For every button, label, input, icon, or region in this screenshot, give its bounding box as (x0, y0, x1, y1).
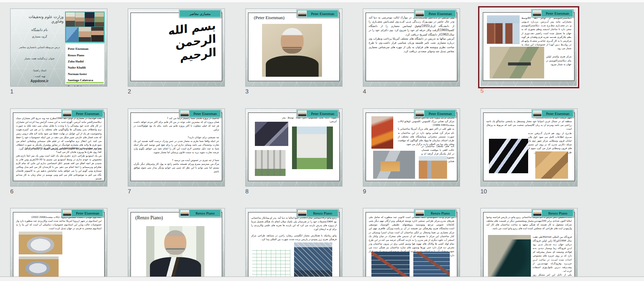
slide-cell-7: کدامیک از پروژه هایتان شما رابسیار ارضا … (128, 108, 224, 195)
architect-thumb-photo (298, 110, 307, 117)
architect-photo (95, 12, 104, 27)
slide-cell-11: استادیوم فوتبال دانشگاه فینیکس،آریزونا ،… (10, 208, 107, 281)
architect-name: Zaha Hadid (68, 58, 102, 64)
slide-number: 8 (245, 188, 342, 195)
architect-thumb-photo (298, 11, 307, 17)
architect-header-badge: Renzo Piano (414, 209, 456, 217)
architect-header-label: Peter Eisenman (72, 211, 103, 215)
title-text-column: وزارت علوم وتحقيقات وفناوري نام دانشگاه … (15, 13, 64, 83)
slide-number: 10 (480, 188, 577, 195)
architect-header-label: Renzo Piano (425, 211, 456, 215)
slide-body-text: رنزو پیانو در14سپتامبر سال1937در جنوا،ای… (251, 216, 337, 231)
section-header-badge: معماری معاصر (179, 10, 221, 17)
slide-thumbnail-15[interactable]: 1980تاسیس دفتر کارش با نام کارگاه ساختما… (480, 208, 578, 281)
slide-thumbnail-7[interactable]: کدامیک از پروژه هایتان شما رابسیار ارضا … (128, 108, 225, 187)
architect-name: Peter Eisenman (68, 46, 102, 52)
slide-number: 5 (480, 88, 577, 94)
slide-thumbnail-2[interactable]: بسم الله الرحمن الرحیم معماری معاصر (128, 9, 225, 87)
slide-number: 4 (363, 88, 459, 95)
slide-cell-13: رنزو پیانو در14سپتامبر سال1937در جنوا،ای… (245, 208, 342, 281)
slide-content-frame: (Peter Eisenman) (248, 13, 340, 81)
architect-thumb-photo (415, 11, 424, 17)
architect-thumb-photo (180, 210, 189, 216)
slide-content-frame: معرفی برخی پروژه های شاخص آیزنمن: مرکز گ… (366, 113, 457, 181)
architect-header-label: Peter Eisenman (542, 11, 573, 15)
eisenman-house-photo-white (255, 150, 286, 176)
slide-title: (Peter Eisenman) (254, 15, 285, 20)
architects-photo-collage (65, 12, 105, 43)
slide-cell-1: وزارت علوم وتحقيقات وفناوري نام دانشگاه … (10, 9, 107, 95)
portrait-glasses (282, 47, 302, 50)
architect-photo (75, 12, 85, 27)
architect-header-badge: Peter Eisenman (532, 10, 573, 17)
portrait-body (150, 257, 201, 278)
slide-body-text: معرفی برخی پروژه های شاخص آیزنمن: مرکز گ… (398, 116, 454, 146)
slide-content-frame: پیتر آیزنمن در 11اکتبر سال1932م. در نیوآ… (366, 13, 457, 81)
slide-thumbnail-8[interactable]: نمونه خانه های مسکونی اجرا شده توسط پیتر… (245, 108, 342, 187)
columbus-center-interior-photo (371, 116, 393, 149)
architect-header-badge: Peter Eisenman (62, 209, 103, 217)
architect-header-badge: Peter Eisenman (414, 10, 456, 17)
slide-cell-14: این مرکز واجد خصوصیاتی کاملا استثنایی اس… (363, 208, 459, 281)
architect-thumb-photo (533, 110, 542, 117)
supervisor-line: استاد راهنما: (33, 69, 46, 72)
pompidou-sketch-drawing (252, 250, 290, 278)
architect-thumb-photo (533, 10, 541, 16)
architect-thumb-photo (533, 210, 542, 216)
slide-cell-2: بسم الله الرحمن الرحیم معماری معاصر 2 (128, 9, 224, 95)
architect-header-badge: Peter Eisenman (179, 110, 221, 117)
slide-body-text: کدامیک از پروژه هایتان شما رابسیار ارضا … (134, 116, 219, 173)
architect-name: Frank Gehry (68, 84, 102, 87)
wexner-center-towers-photo (487, 15, 520, 44)
architect-name: Norman foster (68, 71, 102, 77)
architect-header-label: Peter Eisenman (72, 112, 103, 116)
portrait-body (266, 56, 319, 77)
slide-body-text: پیتر آیزنمن در 11اکتبر سال1932م. در نیوآ… (369, 16, 454, 54)
architect-name: Renzo Piano (68, 52, 102, 58)
slide-thumbnail-10[interactable]: شهر فرهنگ اسپانیا (2011-2000): منطقه ای … (480, 108, 578, 187)
slide-content-frame: (Renzo Piano) (131, 212, 222, 281)
portrait-glasses (166, 249, 185, 251)
slide-content-frame: رنزو پیانو در14سپتامبر سال1937در جنوا،ای… (248, 212, 340, 281)
slide-thumbnail-13[interactable]: رنزو پیانو در14سپتامبر سال1937در جنوا،ای… (245, 208, 342, 281)
slide-thumbnail-9[interactable]: معرفی برخی پروژه های شاخص آیزنمن: مرکز گ… (363, 108, 460, 187)
slide-number: 6 (10, 188, 107, 195)
architect-header-label: Peter Eisenman (425, 112, 456, 116)
architect-header-badge: Peter Eisenman (297, 10, 338, 17)
architect-photo (66, 12, 75, 27)
architect-header-badge: Peter Eisenman (297, 110, 338, 117)
slide-thumbnail-14[interactable]: این مرکز واجد خصوصیاتی کاملا استثنایی اس… (363, 208, 460, 281)
architect-name: Nader Khalili (68, 64, 102, 71)
renzo-piano-portrait-photo (146, 226, 204, 278)
slide-thumbnail-6[interactable]: بحث فولدینگ در معماری از اوایل دهه 1990م… (10, 108, 107, 187)
slide-thumbnail-4[interactable]: پیتر آیزنمن در 11اکتبر سال1932م. در نیوآ… (363, 9, 460, 87)
pompidou-centre-photo (294, 242, 332, 278)
slide-thumbnail-11[interactable]: استادیوم فوتبال دانشگاه فینیکس،آریزونا ،… (10, 208, 107, 281)
horizontal-scrollbar[interactable] (0, 277, 644, 281)
slide-content-frame: کدامیک از پروژه هایتان شما رابسیار ارضا … (131, 113, 222, 181)
pompidou-facade-photo-2 (413, 252, 450, 278)
architect-thumb-photo (63, 110, 72, 117)
slide-caption-text: مرکز هنری وکسنر اولین بنای دیکانستراکتوی… (546, 55, 571, 66)
slide-cell-8: نمونه خانه های مسکونی اجرا شده توسط پیتر… (245, 108, 342, 195)
slide-sorter-view: وزارت علوم وتحقيقات وفناوري نام دانشگاه … (0, 0, 644, 281)
window-top-edge (0, 0, 644, 3)
slide-thumbnail-12[interactable]: (Renzo Piano) Renzo Piano (128, 208, 225, 281)
architect-header-label: Renzo Piano (190, 211, 220, 215)
slide-number: 1 (10, 88, 107, 95)
architect-thumb-photo (180, 110, 189, 117)
architect-photo (79, 27, 91, 42)
slide-thumbnail-3[interactable]: (Peter Eisenman) Peter Eisenman (245, 9, 342, 87)
phoenix-stadium-photo-1 (19, 232, 62, 255)
phoenix-stadium-photo-2 (19, 256, 59, 279)
architect-thumb-photo (298, 210, 307, 216)
section-header-label: معماری معاصر (180, 12, 220, 16)
columbus-center-aerial-photo (373, 151, 415, 179)
slide-cell-9: معرفی برخی پروژه های شاخص آیزنمن: مرکز گ… (363, 108, 459, 195)
eisenman-house-photo-large (292, 127, 333, 169)
architect-header-label: Renzo Piano (542, 211, 573, 215)
slide-title: (Renzo Piano) (135, 215, 163, 221)
architect-header-badge: Peter Eisenman (532, 110, 573, 117)
slide-thumbnail-5-selected[interactable]: دیکانستراکتیویسم از اواخر دهه 80توسط معم… (480, 9, 577, 86)
slide-thumbnail-1[interactable]: وزارت علوم وتحقيقات وفناوري نام دانشگاه … (10, 9, 107, 87)
